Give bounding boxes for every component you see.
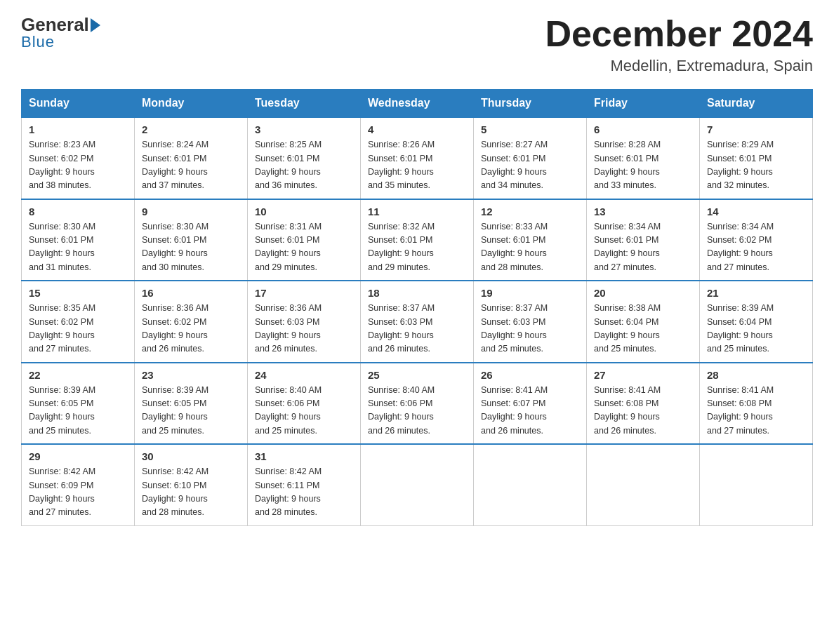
- day-number: 23: [142, 369, 240, 381]
- day-number: 18: [368, 287, 466, 299]
- calendar-day-28: 28 Sunrise: 8:41 AMSunset: 6:08 PMDaylig…: [700, 363, 813, 445]
- day-info: Sunrise: 8:23 AMSunset: 6:02 PMDaylight:…: [29, 140, 95, 190]
- day-number: 13: [594, 206, 692, 217]
- day-number: 7: [707, 123, 805, 135]
- calendar-week-row-2: 8 Sunrise: 8:30 AMSunset: 6:01 PMDayligh…: [22, 199, 813, 281]
- day-info: Sunrise: 8:35 AMSunset: 6:02 PMDaylight:…: [29, 303, 95, 354]
- calendar-empty-cell: [361, 444, 474, 525]
- day-info: Sunrise: 8:40 AMSunset: 6:06 PMDaylight:…: [255, 385, 322, 436]
- day-info: Sunrise: 8:39 AMSunset: 6:04 PMDaylight:…: [707, 303, 774, 354]
- day-info: Sunrise: 8:41 AMSunset: 6:08 PMDaylight:…: [594, 385, 661, 436]
- day-number: 21: [707, 287, 805, 299]
- calendar-empty-cell: [587, 444, 700, 525]
- calendar-week-row-4: 22 Sunrise: 8:39 AMSunset: 6:05 PMDaylig…: [22, 363, 813, 445]
- calendar-day-27: 27 Sunrise: 8:41 AMSunset: 6:08 PMDaylig…: [587, 363, 700, 445]
- day-info: Sunrise: 8:39 AMSunset: 6:05 PMDaylight:…: [29, 385, 95, 436]
- day-info: Sunrise: 8:42 AMSunset: 6:11 PMDaylight:…: [255, 467, 322, 517]
- calendar-day-21: 21 Sunrise: 8:39 AMSunset: 6:04 PMDaylig…: [700, 281, 813, 363]
- day-info: Sunrise: 8:30 AMSunset: 6:01 PMDaylight:…: [29, 222, 95, 272]
- day-number: 30: [142, 450, 240, 462]
- day-info: Sunrise: 8:37 AMSunset: 6:03 PMDaylight:…: [481, 303, 548, 354]
- calendar-day-13: 13 Sunrise: 8:34 AMSunset: 6:01 PMDaylig…: [587, 199, 700, 281]
- day-number: 29: [29, 450, 127, 462]
- day-number: 19: [481, 287, 579, 299]
- calendar-day-19: 19 Sunrise: 8:37 AMSunset: 6:03 PMDaylig…: [474, 281, 587, 363]
- day-info: Sunrise: 8:24 AMSunset: 6:01 PMDaylight:…: [142, 140, 208, 190]
- day-info: Sunrise: 8:31 AMSunset: 6:01 PMDaylight:…: [255, 222, 322, 272]
- day-number: 31: [255, 450, 353, 462]
- calendar-week-row-5: 29 Sunrise: 8:42 AMSunset: 6:09 PMDaylig…: [22, 444, 813, 525]
- day-number: 26: [481, 369, 579, 381]
- title-area: December 2024 Medellin, Extremadura, Spa…: [545, 14, 813, 75]
- day-info: Sunrise: 8:42 AMSunset: 6:10 PMDaylight:…: [142, 467, 208, 517]
- calendar-day-31: 31 Sunrise: 8:42 AMSunset: 6:11 PMDaylig…: [248, 444, 361, 525]
- page-header: General Blue December 2024 Medellin, Ext…: [21, 14, 813, 75]
- day-number: 5: [481, 123, 579, 135]
- day-number: 8: [29, 206, 127, 217]
- calendar-week-row-1: 1 Sunrise: 8:23 AMSunset: 6:02 PMDayligh…: [22, 117, 813, 199]
- day-number: 16: [142, 287, 240, 299]
- day-info: Sunrise: 8:33 AMSunset: 6:01 PMDaylight:…: [481, 222, 548, 272]
- calendar-empty-cell: [700, 444, 813, 525]
- day-info: Sunrise: 8:34 AMSunset: 6:02 PMDaylight:…: [707, 222, 774, 272]
- calendar-day-24: 24 Sunrise: 8:40 AMSunset: 6:06 PMDaylig…: [248, 363, 361, 445]
- calendar-day-12: 12 Sunrise: 8:33 AMSunset: 6:01 PMDaylig…: [474, 199, 587, 281]
- day-info: Sunrise: 8:36 AMSunset: 6:03 PMDaylight:…: [255, 303, 322, 354]
- calendar-day-8: 8 Sunrise: 8:30 AMSunset: 6:01 PMDayligh…: [22, 199, 135, 281]
- day-number: 3: [255, 123, 353, 135]
- day-number: 15: [29, 287, 127, 299]
- day-info: Sunrise: 8:29 AMSunset: 6:01 PMDaylight:…: [707, 140, 774, 190]
- day-number: 28: [707, 369, 805, 381]
- day-number: 4: [368, 123, 466, 135]
- calendar-day-10: 10 Sunrise: 8:31 AMSunset: 6:01 PMDaylig…: [248, 199, 361, 281]
- day-info: Sunrise: 8:34 AMSunset: 6:01 PMDaylight:…: [594, 222, 661, 272]
- day-info: Sunrise: 8:40 AMSunset: 6:06 PMDaylight:…: [368, 385, 435, 436]
- location-title: Medellin, Extremadura, Spain: [545, 57, 813, 75]
- calendar-day-2: 2 Sunrise: 8:24 AMSunset: 6:01 PMDayligh…: [135, 117, 248, 199]
- day-info: Sunrise: 8:37 AMSunset: 6:03 PMDaylight:…: [368, 303, 435, 354]
- day-number: 20: [594, 287, 692, 299]
- calendar-day-16: 16 Sunrise: 8:36 AMSunset: 6:02 PMDaylig…: [135, 281, 248, 363]
- day-info: Sunrise: 8:32 AMSunset: 6:01 PMDaylight:…: [368, 222, 435, 272]
- calendar-header-monday: Monday: [135, 90, 248, 118]
- calendar-day-22: 22 Sunrise: 8:39 AMSunset: 6:05 PMDaylig…: [22, 363, 135, 445]
- calendar-week-row-3: 15 Sunrise: 8:35 AMSunset: 6:02 PMDaylig…: [22, 281, 813, 363]
- calendar-day-1: 1 Sunrise: 8:23 AMSunset: 6:02 PMDayligh…: [22, 117, 135, 199]
- calendar-day-26: 26 Sunrise: 8:41 AMSunset: 6:07 PMDaylig…: [474, 363, 587, 445]
- calendar-day-14: 14 Sunrise: 8:34 AMSunset: 6:02 PMDaylig…: [700, 199, 813, 281]
- day-number: 14: [707, 206, 805, 217]
- calendar-day-30: 30 Sunrise: 8:42 AMSunset: 6:10 PMDaylig…: [135, 444, 248, 525]
- calendar-day-11: 11 Sunrise: 8:32 AMSunset: 6:01 PMDaylig…: [361, 199, 474, 281]
- calendar-day-29: 29 Sunrise: 8:42 AMSunset: 6:09 PMDaylig…: [22, 444, 135, 525]
- calendar-header-sunday: Sunday: [22, 90, 135, 118]
- calendar-day-9: 9 Sunrise: 8:30 AMSunset: 6:01 PMDayligh…: [135, 199, 248, 281]
- calendar-day-6: 6 Sunrise: 8:28 AMSunset: 6:01 PMDayligh…: [587, 117, 700, 199]
- calendar-day-7: 7 Sunrise: 8:29 AMSunset: 6:01 PMDayligh…: [700, 117, 813, 199]
- day-number: 25: [368, 369, 466, 381]
- calendar-day-20: 20 Sunrise: 8:38 AMSunset: 6:04 PMDaylig…: [587, 281, 700, 363]
- calendar-empty-cell: [474, 444, 587, 525]
- logo-blue-text: Blue: [21, 33, 55, 51]
- day-info: Sunrise: 8:42 AMSunset: 6:09 PMDaylight:…: [29, 467, 95, 517]
- calendar-header-thursday: Thursday: [474, 90, 587, 118]
- day-info: Sunrise: 8:30 AMSunset: 6:01 PMDaylight:…: [142, 222, 208, 272]
- calendar-day-4: 4 Sunrise: 8:26 AMSunset: 6:01 PMDayligh…: [361, 117, 474, 199]
- day-info: Sunrise: 8:26 AMSunset: 6:01 PMDaylight:…: [368, 140, 435, 190]
- calendar-day-25: 25 Sunrise: 8:40 AMSunset: 6:06 PMDaylig…: [361, 363, 474, 445]
- day-number: 6: [594, 123, 692, 135]
- day-number: 12: [481, 206, 579, 217]
- day-number: 17: [255, 287, 353, 299]
- calendar-header-tuesday: Tuesday: [248, 90, 361, 118]
- day-number: 11: [368, 206, 466, 217]
- day-number: 2: [142, 123, 240, 135]
- day-info: Sunrise: 8:25 AMSunset: 6:01 PMDaylight:…: [255, 140, 322, 190]
- day-number: 1: [29, 123, 127, 135]
- day-number: 9: [142, 206, 240, 217]
- day-info: Sunrise: 8:28 AMSunset: 6:01 PMDaylight:…: [594, 140, 661, 190]
- calendar-day-15: 15 Sunrise: 8:35 AMSunset: 6:02 PMDaylig…: [22, 281, 135, 363]
- day-info: Sunrise: 8:41 AMSunset: 6:08 PMDaylight:…: [707, 385, 774, 436]
- calendar-header-friday: Friday: [587, 90, 700, 118]
- day-info: Sunrise: 8:27 AMSunset: 6:01 PMDaylight:…: [481, 140, 548, 190]
- calendar-header-saturday: Saturday: [700, 90, 813, 118]
- logo: General Blue: [21, 14, 100, 51]
